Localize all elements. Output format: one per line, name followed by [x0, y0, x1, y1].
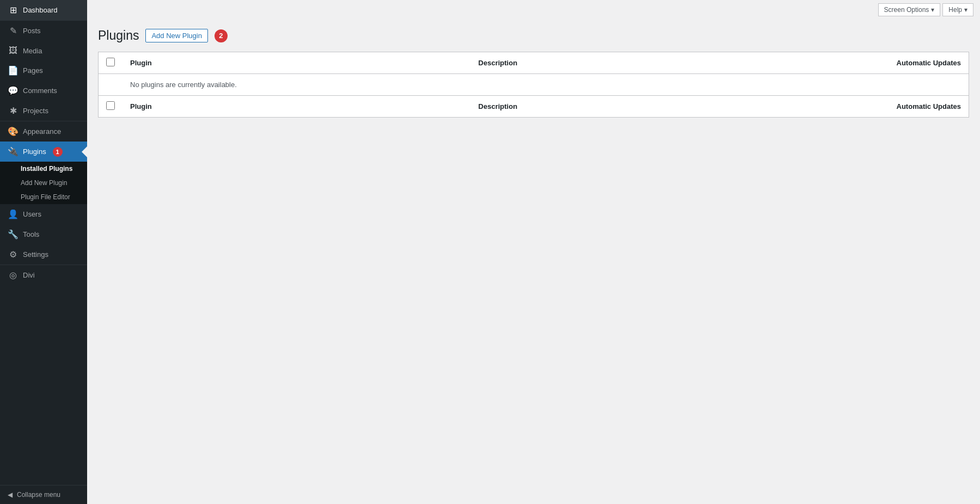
header-plugin: Plugin	[122, 52, 471, 74]
add-new-plugin-button[interactable]: Add New Plugin	[145, 29, 208, 42]
footer-checkbox-cell	[99, 96, 123, 118]
header-auto-updates: Automatic Updates	[672, 52, 969, 74]
sidebar-item-dashboard[interactable]: ⊞ Dashboard	[0, 0, 87, 20]
sidebar-item-label: Divi	[23, 271, 35, 279]
sidebar-item-projects[interactable]: ✱ Projects	[0, 101, 87, 121]
header-checkbox-cell	[99, 52, 123, 74]
sidebar-item-divi[interactable]: ◎ Divi	[0, 265, 87, 285]
help-button[interactable]: Help ▾	[942, 3, 973, 16]
comments-icon: 💬	[8, 85, 19, 96]
header-description: Description	[471, 52, 672, 74]
sidebar-item-label: Appearance	[23, 127, 61, 136]
help-label: Help	[948, 6, 962, 14]
posts-icon: ✎	[8, 26, 19, 36]
sidebar-item-media[interactable]: 🖼 Media	[0, 41, 87, 60]
sidebar-item-plugins[interactable]: 🔌 Plugins 1	[0, 142, 87, 162]
page-title: Plugins	[98, 28, 139, 43]
footer-auto-updates: Automatic Updates	[672, 96, 969, 118]
screen-options-label: Screen Options	[884, 6, 929, 14]
sidebar-item-label: Projects	[23, 107, 48, 115]
topbar: Screen Options ▾ Help ▾	[87, 0, 980, 20]
sidebar-item-label: Pages	[23, 66, 43, 75]
sidebar-item-label: Settings	[23, 250, 48, 259]
help-chevron: ▾	[964, 6, 967, 14]
collapse-menu[interactable]: ◀ Collapse menu	[0, 485, 87, 504]
collapse-icon: ◀	[8, 491, 13, 499]
page-heading: Plugins Add New Plugin 2	[98, 28, 969, 43]
appearance-icon: 🎨	[8, 126, 19, 137]
footer-plugin: Plugin	[122, 96, 471, 118]
sidebar-item-label: Media	[23, 47, 42, 55]
sidebar-item-label: Tools	[23, 230, 39, 238]
tools-icon: 🔧	[8, 229, 19, 239]
plugins-table: Plugin Description Automatic Updates No …	[98, 52, 969, 118]
media-icon: 🖼	[8, 46, 19, 56]
dashboard-icon: ⊞	[8, 5, 19, 15]
page-count-badge: 2	[215, 29, 228, 42]
projects-icon: ✱	[8, 106, 19, 116]
no-plugins-row: No plugins are currently available.	[99, 74, 969, 96]
sidebar-item-appearance[interactable]: 🎨 Appearance	[0, 121, 87, 142]
screen-options-button[interactable]: Screen Options ▾	[878, 3, 941, 16]
divi-icon: ◎	[8, 270, 19, 280]
users-icon: 👤	[8, 209, 19, 219]
table-footer-row: Plugin Description Automatic Updates	[99, 96, 969, 118]
submenu-plugin-file-editor[interactable]: Plugin File Editor	[0, 190, 87, 204]
sidebar: ⊞ Dashboard ✎ Posts 🖼 Media 📄 Pages 💬 Co…	[0, 0, 87, 504]
settings-icon: ⚙	[8, 249, 19, 260]
plugins-submenu: Installed Plugins Add New Plugin Plugin …	[0, 162, 87, 204]
sidebar-item-label: Comments	[23, 87, 57, 95]
sidebar-item-label: Dashboard	[23, 6, 58, 14]
sidebar-item-users[interactable]: 👤 Users	[0, 204, 87, 224]
page-content: Plugins Add New Plugin 2 Plugin Descript…	[87, 20, 980, 504]
sidebar-item-comments[interactable]: 💬 Comments	[0, 81, 87, 101]
submenu-add-new-plugin[interactable]: Add New Plugin	[0, 176, 87, 190]
collapse-label: Collapse menu	[17, 491, 60, 499]
sidebar-item-label: Plugins	[23, 147, 46, 156]
main-area: Screen Options ▾ Help ▾ Plugins Add New …	[87, 0, 980, 504]
screen-options-chevron: ▾	[931, 6, 934, 14]
table-header-row: Plugin Description Automatic Updates	[99, 52, 969, 74]
submenu-installed-plugins[interactable]: Installed Plugins	[0, 162, 87, 176]
plugins-badge: 1	[53, 147, 63, 157]
sidebar-item-label: Users	[23, 210, 41, 218]
sidebar-item-plugins-wrapper: 🔌 Plugins 1	[0, 142, 87, 162]
plugins-icon: 🔌	[8, 146, 19, 157]
footer-select-all-checkbox[interactable]	[106, 101, 115, 110]
select-all-checkbox[interactable]	[106, 58, 115, 66]
no-plugins-checkbox-cell	[99, 74, 123, 96]
sidebar-item-settings[interactable]: ⚙ Settings	[0, 244, 87, 265]
sidebar-item-tools[interactable]: 🔧 Tools	[0, 224, 87, 244]
no-plugins-message: No plugins are currently available.	[122, 74, 969, 96]
pages-icon: 📄	[8, 65, 19, 76]
sidebar-item-pages[interactable]: 📄 Pages	[0, 60, 87, 81]
footer-description: Description	[471, 96, 672, 118]
sidebar-item-posts[interactable]: ✎ Posts	[0, 21, 87, 41]
sidebar-item-label: Posts	[23, 27, 41, 35]
